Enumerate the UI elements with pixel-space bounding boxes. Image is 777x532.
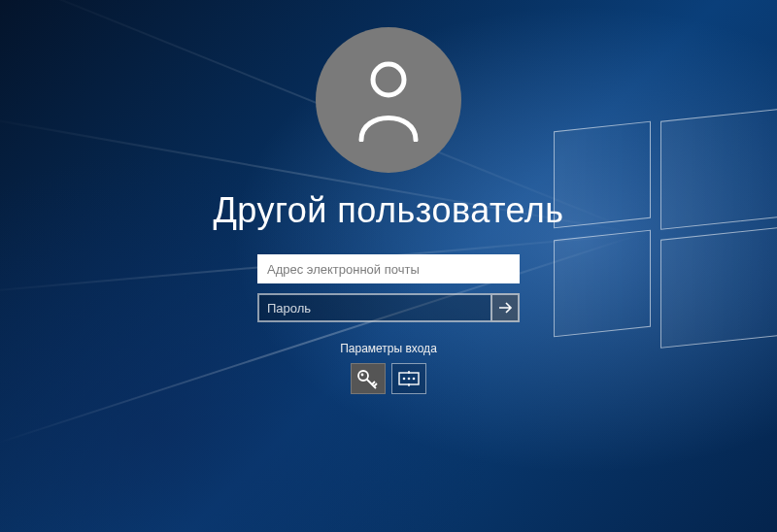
password-field-row (257, 293, 520, 322)
email-input[interactable] (257, 254, 520, 283)
arrow-right-icon (497, 300, 513, 316)
username-label: Другой пользователь (213, 190, 563, 231)
svg-point-5 (408, 378, 411, 381)
email-field-row (257, 254, 520, 283)
submit-button[interactable] (490, 293, 520, 322)
signin-options (351, 363, 426, 394)
login-panel: Другой пользователь Параметры входа (185, 27, 592, 394)
signin-option-password[interactable] (351, 363, 386, 394)
signin-option-pin[interactable] (391, 363, 426, 394)
svg-point-4 (403, 378, 406, 381)
svg-point-6 (413, 378, 416, 381)
password-input[interactable] (257, 293, 490, 322)
signin-options-label: Параметры входа (340, 342, 437, 355)
svg-point-2 (361, 374, 364, 377)
avatar (316, 27, 461, 173)
user-icon (354, 58, 423, 142)
svg-point-0 (373, 64, 404, 95)
pin-pad-icon (398, 371, 420, 386)
key-icon (356, 368, 380, 389)
